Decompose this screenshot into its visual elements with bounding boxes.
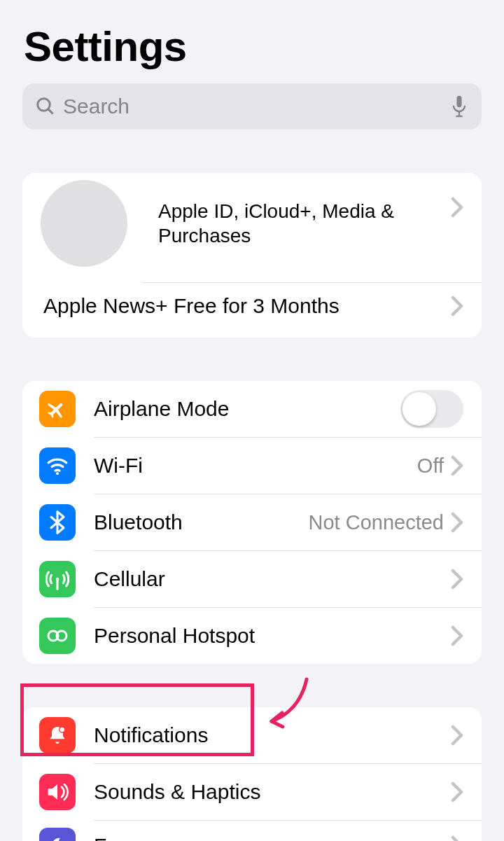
svg-rect-2 [457, 96, 462, 107]
svg-point-0 [38, 99, 50, 111]
svg-point-10 [59, 727, 65, 732]
search-input[interactable]: Search [22, 83, 482, 130]
personal-hotspot-row[interactable]: Personal Hotspot [22, 608, 482, 664]
cellular-row[interactable]: Cellular [22, 551, 482, 607]
focus-row[interactable]: Focus [22, 821, 482, 841]
account-group: Apple ID, iCloud+, Media & Purchases App… [22, 173, 482, 338]
notifications-label: Notifications [94, 723, 451, 747]
chevron-right-icon [451, 569, 463, 590]
apple-id-row[interactable]: Apple ID, iCloud+, Media & Purchases [22, 173, 482, 282]
wifi-label: Wi-Fi [94, 454, 417, 478]
focus-icon [39, 828, 76, 841]
chevron-right-icon [451, 781, 463, 802]
apple-news-promo-row[interactable]: Apple News+ Free for 3 Months [22, 283, 482, 338]
wifi-icon [39, 447, 76, 484]
cellular-label: Cellular [94, 567, 451, 591]
bluetooth-value: Not Connected [309, 511, 444, 534]
system-group: Notifications Sounds & Haptics Focus [22, 707, 482, 841]
airplane-mode-label: Airplane Mode [94, 397, 400, 421]
chevron-right-icon [451, 455, 463, 476]
notifications-row[interactable]: Notifications [22, 707, 482, 763]
bluetooth-row[interactable]: Bluetooth Not Connected [22, 494, 482, 550]
hotspot-icon [39, 618, 76, 654]
svg-line-1 [48, 109, 53, 114]
svg-point-5 [56, 472, 59, 475]
notifications-icon [39, 717, 76, 753]
search-icon [35, 96, 56, 117]
sounds-haptics-row[interactable]: Sounds & Haptics [22, 764, 482, 820]
hotspot-label: Personal Hotspot [94, 624, 451, 648]
bluetooth-icon [39, 504, 76, 541]
bluetooth-label: Bluetooth [94, 510, 309, 534]
cellular-icon [39, 561, 76, 597]
airplane-mode-row[interactable]: Airplane Mode [22, 381, 482, 437]
chevron-right-icon [451, 725, 463, 746]
airplane-mode-toggle[interactable] [400, 390, 463, 428]
wifi-value: Off [417, 454, 444, 478]
microphone-icon[interactable] [449, 95, 469, 118]
sounds-icon [39, 774, 76, 810]
wifi-row[interactable]: Wi-Fi Off [22, 438, 482, 494]
chevron-right-icon [451, 296, 463, 317]
promo-label: Apple News+ Free for 3 Months [43, 294, 451, 318]
chevron-right-icon [451, 835, 463, 841]
chevron-right-icon [451, 512, 463, 533]
apple-id-subtitle: Apple ID, iCloud+, Media & Purchases [158, 199, 451, 248]
sounds-label: Sounds & Haptics [94, 780, 451, 804]
chevron-right-icon [451, 197, 463, 218]
focus-label: Focus [94, 834, 451, 841]
avatar [41, 180, 127, 267]
page-title: Settings [24, 22, 504, 71]
network-group: Airplane Mode Wi-Fi Off Bluetooth Not Co… [22, 381, 482, 664]
chevron-right-icon [451, 625, 463, 646]
airplane-icon [39, 391, 76, 427]
search-placeholder: Search [63, 95, 449, 118]
